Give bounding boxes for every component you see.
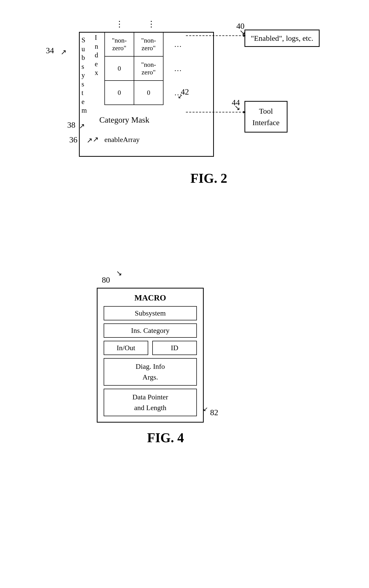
fig4-ins-category-field: Ins. Category [104,323,197,338]
fig4-id-field: ID [152,341,197,355]
fig4-inout-field: In/Out [104,341,148,355]
cell-r1c2: "non-zero" [134,32,163,56]
data-pointer-line2: and Length [134,404,167,412]
ind-d: d [95,51,98,59]
ind-e: e [95,60,98,68]
ind-i: I [95,34,97,41]
cell-r3c1: 0 [105,81,134,105]
fig2-wrapper: ⋮ ⋮ S u b s y s t e m I n d e [46,18,326,176]
arrow-80: ↘ [116,269,122,277]
cell-r2c1: 0 [105,56,134,81]
ref-80: 80 [102,275,110,285]
id-text: ID [171,344,179,352]
fig4-section: 80 ↘ MACRO Subsystem Ins. Category In/Ou… [51,275,280,445]
ind-x: x [95,69,98,76]
ref-38: 38 [67,120,75,130]
sub-s: S [81,36,85,44]
col-dots: ⋮ ⋮ [105,19,166,29]
ellipsis-r2: … [163,56,193,81]
fig4-inout-id-row: In/Out ID [104,341,197,355]
ins-category-text: Ins. Category [131,326,170,334]
ref-34: 34 [46,46,54,55]
inout-text: In/Out [117,344,135,352]
cell-r3c2: 0 [134,81,163,105]
sub-y: y [81,71,85,79]
svg-marker-1 [243,34,246,37]
enable-array-label: enableArray [104,136,140,144]
arrow-38: ↗ [79,122,85,130]
arrow-82: ↙ [203,406,208,413]
fig4-diag-info-field: Diag. Info Args. [104,358,197,386]
dashed-line-40-svg [186,33,247,41]
arrow-36: ↗ [87,136,92,145]
fig4-data-pointer-field: Data Pointer and Length [104,389,197,416]
sub-m: m [81,107,87,114]
page-container: ⋮ ⋮ S u b s y s t e m I n d e [0,0,369,588]
tool-interface-line2: Interface [252,118,280,127]
arrow-34: ↗ [61,48,66,56]
fig2-section: ⋮ ⋮ S u b s y s t e m I n d e [31,10,336,186]
data-pointer-line1: Data Pointer [132,393,168,401]
tool-interface-line1: Tool [259,107,273,115]
sub-t: t [81,89,84,97]
ref-82: 82 [210,408,218,417]
category-mask-label: Category Mask [99,115,149,125]
subsystem-text: Subsystem [135,309,166,317]
fig4-outer-box: MACRO Subsystem Ins. Category In/Out ID [97,288,204,423]
sub-e: e [81,98,85,106]
macro-title: MACRO [104,293,197,303]
sub-u: u [81,45,85,53]
diag-info-line1: Diag. Info [135,362,165,370]
dots-col2: ⋮ [136,19,166,29]
fig4-subsystem-field: Subsystem [104,306,197,320]
cell-r1c1: "non-zero" [105,32,134,56]
index-label: I n d e x [95,33,98,77]
dots-col1: ⋮ [105,19,134,29]
ind-n: n [95,43,98,50]
subsystem-label: S u b s y s t e m [81,36,87,115]
arrow-42: ↙ [178,93,183,100]
sub-s2: s [81,63,84,70]
sub-b: b [81,54,85,61]
sub-s3: s [81,80,84,88]
svg-marker-3 [243,111,246,113]
enabled-box: "Enabled", logs, etc. [244,30,320,47]
enabled-text: "Enabled", logs, etc. [251,34,313,42]
dashed-line-44-svg [186,110,247,117]
fig4-title: FIG. 4 [51,430,280,445]
cell-r2c2: "non-zero" [134,56,163,81]
tool-interface-box: Tool Interface [244,101,288,133]
enable-array-arrow: ↗ [93,135,99,143]
diag-info-line2: Args. [143,373,158,381]
ref-36: 36 [69,135,77,145]
